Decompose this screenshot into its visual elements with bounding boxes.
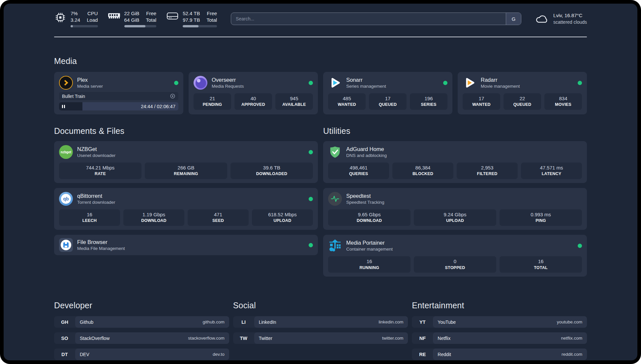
now-playing-title: Bullet Train — [62, 94, 85, 99]
status-dot — [443, 81, 447, 85]
service-card-adguard[interactable]: AdGuard Home DNS and adblocking 498,461 … — [323, 141, 587, 183]
service-description: Torrent downloader — [77, 199, 115, 205]
screen-frame: 7% 3.24 CPU Load — [0, 0, 641, 364]
plex-icon — [59, 76, 73, 90]
service-card-filebrowser[interactable]: File Browser Media File Management — [54, 235, 318, 255]
memory-total-value: 64 GiB — [124, 17, 139, 23]
bookmark-name: StackOverflow — [80, 336, 109, 341]
stat-tile: 86,384 BLOCKED — [392, 163, 453, 179]
documents-column: Documents & Files nzbget NZBGet Usenet d… — [54, 126, 318, 282]
service-card-nzbget[interactable]: nzbget NZBGet Usenet downloader 744.21 M… — [54, 141, 318, 183]
memory-progress-bar — [124, 25, 157, 27]
disk-total-label: Total — [206, 17, 217, 23]
memory-total-label: Total — [146, 17, 156, 23]
stat-tile: 834 MOVIES — [544, 93, 582, 110]
service-description: Usenet downloader — [77, 153, 115, 159]
radarr-icon — [463, 76, 476, 90]
stat-tile: 0 STOPPED — [414, 256, 496, 273]
cpu-load-value: 3.24 — [71, 17, 80, 23]
topbar-divider — [54, 37, 587, 37]
service-card-sonarr[interactable]: Sonarr Series management 485 WANTED 17 Q… — [323, 72, 452, 114]
service-name: Sonarr — [346, 76, 386, 83]
section-title-media: Media — [54, 56, 587, 66]
cpu-icon — [54, 12, 67, 23]
disk-widget: 52.4 TB 97.9 TB Free Total — [166, 10, 217, 27]
bookmark-url: dev.to — [213, 352, 225, 357]
service-name: File Browser — [77, 239, 125, 246]
bookmark-netflix[interactable]: NF Netflix netflix.com — [412, 332, 587, 344]
section-title-utilities: Utilities — [323, 126, 587, 136]
session-icon[interactable] — [170, 93, 175, 99]
bookmark-youtube[interactable]: YT YouTube youtube.com — [412, 316, 587, 328]
stat-tile: 2,953 FILTERED — [457, 163, 518, 179]
memory-free-value: 22 GiB — [124, 10, 139, 17]
service-name: Speedtest — [346, 193, 384, 199]
bookmark-abbr: SO — [54, 332, 75, 344]
utilities-column: Utilities AdGuard Home DNS and adblockin… — [323, 126, 587, 282]
stat-tile: 266 GB REMAINING — [145, 163, 227, 179]
bookmark-url: stackoverflow.com — [188, 336, 224, 341]
service-description: DNS and adblocking — [346, 153, 387, 159]
disk-progress-bar — [183, 25, 217, 27]
bookmark-url: netflix.com — [561, 336, 582, 341]
bookmark-abbr: YT — [412, 316, 433, 328]
bookmark-name: Reddit — [438, 352, 451, 357]
bookmark-reddit[interactable]: RE Reddit reddit.com — [412, 349, 587, 360]
status-dot — [578, 81, 582, 85]
cpu-progress-bar — [71, 25, 98, 27]
service-name: qBittorrent — [77, 193, 115, 199]
bookmark-abbr: RE — [412, 349, 433, 360]
service-card-radarr[interactable]: Radarr Movie management 17 WANTED 22 QUE… — [458, 72, 587, 114]
search-input[interactable] — [231, 13, 521, 25]
overseerr-icon — [194, 76, 207, 90]
stat-tile: 40 APPROVED — [234, 93, 272, 110]
bookmark-name: Netflix — [438, 336, 450, 341]
adguard-icon — [328, 145, 342, 159]
memory-icon — [108, 12, 120, 20]
bookmark-abbr: LI — [233, 316, 254, 328]
bookmark-abbr: GH — [54, 316, 75, 328]
media-grid: Plex Media server Bullet Train 24:44 / 0… — [54, 72, 587, 114]
stat-tile: 9.24 Gbps UPLOAD — [414, 209, 496, 226]
service-card-speedtest[interactable]: Speedtest Speedtest Tracking 9.65 Gbps D… — [323, 188, 587, 230]
disk-total-value: 97.9 TB — [183, 17, 200, 23]
section-title-entertainment: Entertainment — [412, 301, 587, 310]
weather-condition: scattered clouds — [553, 19, 587, 25]
bookmark-url: github.com — [203, 319, 225, 324]
cpu-label: CPU — [87, 10, 98, 17]
service-card-overseerr[interactable]: Overseerr Media Requests 21 PENDING 40 A… — [189, 72, 318, 114]
search-bar: G — [231, 13, 521, 25]
service-description: Container management — [346, 246, 393, 252]
stat-tile: 17 WANTED — [463, 93, 500, 110]
service-card-plex[interactable]: Plex Media server Bullet Train 24:44 / 0… — [54, 72, 183, 114]
stat-tile: 9.65 Gbps DOWNLOAD — [328, 209, 411, 226]
service-description: Speedtest Tracking — [346, 199, 384, 205]
pause-icon[interactable] — [62, 105, 65, 108]
service-card-qbittorrent[interactable]: qb qBittorrent Torrent downloader 16 LEE… — [54, 188, 318, 230]
section-title-social: Social — [233, 301, 408, 310]
search-engine-button[interactable]: G — [506, 13, 521, 25]
cpu-percent: 7% — [71, 10, 80, 17]
bookmark-url: twitter.com — [382, 336, 404, 341]
stat-tile: 47.571 ms LATENCY — [521, 163, 582, 179]
disk-free-label: Free — [206, 10, 217, 17]
service-description: Media File Management — [77, 246, 125, 252]
service-card-portainer[interactable]: Media Portainer Container management 16 … — [323, 235, 587, 277]
service-description: Media server — [77, 83, 103, 89]
dashboard: 7% 3.24 CPU Load — [4, 4, 637, 360]
stat-tile: 16 TOTAL — [500, 256, 582, 273]
playback-progress-bar: 24:44 / 02:06:47 — [59, 102, 178, 110]
portainer-icon — [328, 239, 342, 253]
service-name: NZBGet — [77, 146, 115, 153]
status-dot — [578, 244, 582, 248]
bookmark-github[interactable]: GH Github github.com — [54, 316, 229, 328]
status-dot — [309, 81, 313, 85]
service-description: Series management — [346, 83, 386, 89]
stat-tile: 17 QUEUED — [369, 93, 407, 110]
bookmark-dev[interactable]: DT DEV dev.to — [54, 349, 229, 360]
bookmark-twitter[interactable]: TW Twitter twitter.com — [233, 332, 408, 344]
stat-tile: 22 QUEUED — [504, 93, 541, 110]
weather-widget: Lviv, 16.87°C scattered clouds — [535, 12, 587, 26]
bookmark-linkedin[interactable]: LI LinkedIn linkedin.com — [233, 316, 408, 328]
bookmark-stackoverflow[interactable]: SO StackOverflow stackoverflow.com — [54, 332, 229, 344]
